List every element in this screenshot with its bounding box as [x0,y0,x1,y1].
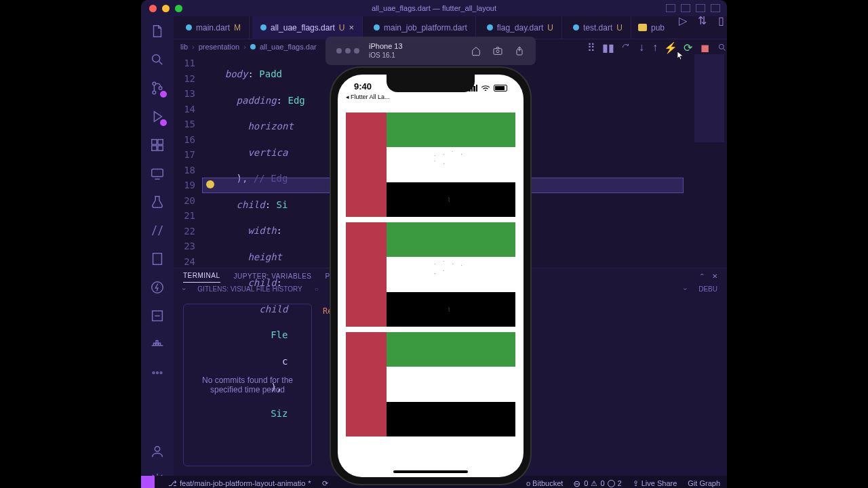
dart-icon [186,24,192,30]
sync-icon[interactable]: ⟳ [322,479,328,488]
tab-main[interactable]: main.dartM [178,16,250,39]
tab-test[interactable]: test.dartU [565,16,631,39]
home-indicator[interactable] [393,470,468,473]
svg-point-2 [153,91,156,94]
gitlens-icon[interactable] [149,222,165,239]
pub-button[interactable]: pub [634,16,669,39]
tab-all-uae-flags[interactable]: all_uae_flags.dartU× [252,16,363,39]
home-icon[interactable] [471,45,481,56]
git-graph-button[interactable]: Git Graph [688,479,720,487]
svg-point-20 [719,44,724,49]
simulator-screen[interactable]: 9:40 Flutter All La... . · ˙ · ˙ ·⌇ · ˙ … [338,75,524,477]
hot-reload-icon[interactable]: ⚡ [666,43,675,52]
wifi-icon [481,85,490,92]
compare-icon[interactable]: ⇅ [697,16,707,26]
ios-simulator: 9:40 Flutter All La... . · ˙ · ˙ ·⌇ · ˙ … [331,68,530,484]
battery-icon [494,85,507,92]
uae-flag [346,332,515,436]
step-out-icon[interactable]: ↑ [652,43,658,52]
lightbulb-icon[interactable] [206,180,214,188]
dart-icon [573,24,579,30]
extensions-icon[interactable] [149,137,165,153]
split-icon[interactable]: ▯ [716,16,726,26]
zoom-icon[interactable] [175,5,182,12]
source-control-icon[interactable] [149,80,165,96]
phone-time: 9:40 [354,81,372,95]
svg-point-3 [159,87,162,90]
window-title: all_uae_flags.dart — flutter_all_layout [141,4,727,12]
svg-point-1 [153,82,156,85]
remote-indicator[interactable] [141,476,155,488]
device-label: iPhone 13 iOS 16.1 [369,42,403,59]
svg-point-12 [153,372,155,374]
dart-icon [250,44,256,49]
simulator-traffic[interactable] [336,48,359,54]
svg-rect-9 [153,253,162,265]
activity-bar [141,16,174,488]
svg-rect-8 [152,169,163,177]
svg-rect-17 [494,49,502,55]
dart-icon [260,24,267,30]
errors-indicator[interactable]: ⊘0⚠02 [574,479,621,489]
titlebar: all_uae_flags.dart — flutter_all_layout [141,0,727,16]
svg-point-18 [496,50,499,53]
close-tab-icon[interactable]: × [349,22,354,33]
thunder-icon[interactable] [149,279,165,296]
pub-icon [638,24,647,31]
panel-bottom-icon[interactable] [681,4,690,12]
tab-flag-day[interactable]: flag_day.dartU [479,16,562,39]
docker-icon[interactable] [149,336,165,352]
dart-icon [487,24,493,30]
layout-icon[interactable] [711,4,720,12]
svg-point-0 [153,55,160,62]
panel-right-icon[interactable] [696,4,705,12]
test-icon[interactable] [149,194,165,210]
pause-icon[interactable]: ▮▮ [604,43,613,52]
drag-icon[interactable]: ⠿ [587,43,595,52]
todo-icon[interactable] [149,308,165,324]
tab-main-job-platform[interactable]: main_job_platform.dart [366,16,476,39]
uae-flag: · ˙ · . · ˙⌇ [346,222,515,327]
line-gutter: 1112131415161718192021222324 [174,54,202,268]
more-icon[interactable] [149,365,165,381]
traffic-lights[interactable] [149,5,182,12]
scm-badge [160,91,167,98]
svg-point-14 [160,372,162,374]
notch [387,75,475,92]
svg-point-15 [155,447,159,451]
svg-rect-6 [152,146,157,150]
svg-point-10 [152,282,163,293]
screenshot-icon[interactable] [492,45,503,56]
inspect-icon[interactable] [717,43,727,52]
debug-toolbar: ⠿ ▮▮ ↓ ↑ ⚡ ⟳ ◼ [587,39,716,56]
live-share-button[interactable]: ⇪Live Share [633,479,677,488]
step-into-icon[interactable]: ↓ [639,43,644,52]
svg-point-13 [157,372,159,374]
debug-icon[interactable] [149,108,165,125]
mouse-cursor [677,51,686,60]
svg-rect-7 [158,146,163,150]
step-over-icon[interactable] [621,43,631,52]
svg-rect-4 [152,140,157,144]
editor-tabs: main.dartM all_uae_flags.dartU× main_job… [174,16,727,39]
explorer-icon[interactable] [149,23,165,39]
panel-left-icon[interactable] [666,4,675,12]
run-icon[interactable]: ▷ [678,16,688,26]
minimize-icon[interactable] [162,5,170,12]
stop-icon[interactable]: ◼ [701,43,709,52]
layout-icons [666,4,720,12]
back-to-app[interactable]: Flutter All La... [346,94,390,100]
bitbucket-status[interactable]: o Bitbucket [526,479,563,487]
close-icon[interactable] [149,5,157,12]
minimap[interactable] [694,54,724,142]
app-content: . · ˙ · ˙ ·⌇ · ˙ · . · ˙⌇ [346,113,515,466]
search-icon[interactable] [149,52,165,68]
dart-icon [374,24,380,30]
account-icon[interactable] [149,443,165,460]
share-icon[interactable] [514,45,525,56]
branch-indicator[interactable]: ⎇feat/main-job-platform-layout-animatio* [168,479,311,488]
remote-icon[interactable] [149,165,165,182]
bookmark-icon[interactable] [149,251,165,267]
svg-rect-5 [158,140,163,144]
simulator-device-bar: iPhone 13 iOS 16.1 [326,37,536,65]
